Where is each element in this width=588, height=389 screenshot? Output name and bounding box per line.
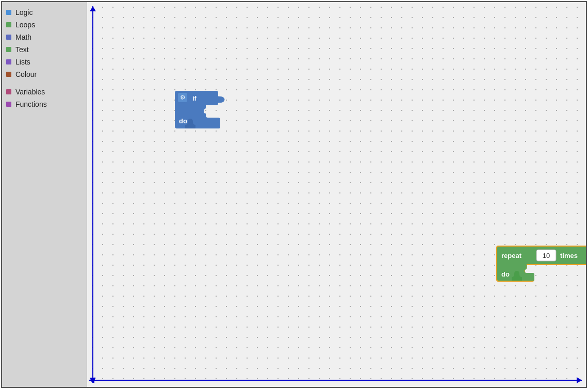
- sidebar-item-loops[interactable]: Loops: [2, 19, 87, 31]
- sidebar-item-variables[interactable]: Variables: [2, 86, 87, 98]
- logic-color: [6, 10, 11, 15]
- sidebar-item-lists[interactable]: Lists: [2, 56, 87, 68]
- svg-text:⚙: ⚙: [180, 94, 186, 101]
- sidebar-item-text[interactable]: Text: [2, 43, 87, 56]
- repeat-block[interactable]: repeat 10 times do: [496, 245, 586, 284]
- functions-color: [6, 102, 11, 107]
- loops-color: [6, 22, 11, 27]
- lists-color: [6, 59, 11, 64]
- lists-label: Lists: [15, 58, 30, 66]
- math-color: [6, 35, 11, 40]
- sidebar: Logic Loops Math Text Lists Colour Varia…: [2, 2, 87, 387]
- vertical-arrow: [92, 6, 93, 383]
- text-label: Text: [15, 45, 29, 54]
- if-block-svg[interactable]: ⚙ if do: [175, 90, 226, 128]
- loops-label: Loops: [15, 21, 35, 29]
- functions-label: Functions: [15, 100, 47, 108]
- math-label: Math: [15, 33, 31, 41]
- svg-text:do: do: [179, 117, 187, 125]
- repeat-block-svg[interactable]: repeat 10 times do: [496, 245, 586, 282]
- variables-color: [6, 89, 11, 94]
- colour-color: [6, 72, 11, 77]
- sidebar-item-colour[interactable]: Colour: [2, 68, 87, 80]
- svg-text:10: 10: [543, 252, 550, 260]
- svg-text:times: times: [560, 252, 578, 260]
- main-container: Logic Loops Math Text Lists Colour Varia…: [1, 1, 587, 388]
- logic-label: Logic: [15, 8, 32, 17]
- svg-text:if: if: [192, 94, 197, 102]
- sidebar-item-logic[interactable]: Logic: [2, 6, 87, 19]
- sidebar-item-math[interactable]: Math: [2, 31, 87, 43]
- variables-label: Variables: [15, 88, 45, 96]
- sidebar-item-functions[interactable]: Functions: [2, 98, 87, 110]
- if-block[interactable]: ⚙ if do: [175, 90, 226, 131]
- horizontal-arrow: [89, 380, 582, 381]
- svg-text:do: do: [501, 270, 510, 278]
- text-color: [6, 47, 11, 52]
- svg-text:repeat: repeat: [501, 252, 522, 260]
- canvas-area[interactable]: ⚙ if do repeat 10: [87, 2, 586, 387]
- sidebar-spacer: [2, 80, 87, 86]
- colour-label: Colour: [15, 70, 37, 78]
